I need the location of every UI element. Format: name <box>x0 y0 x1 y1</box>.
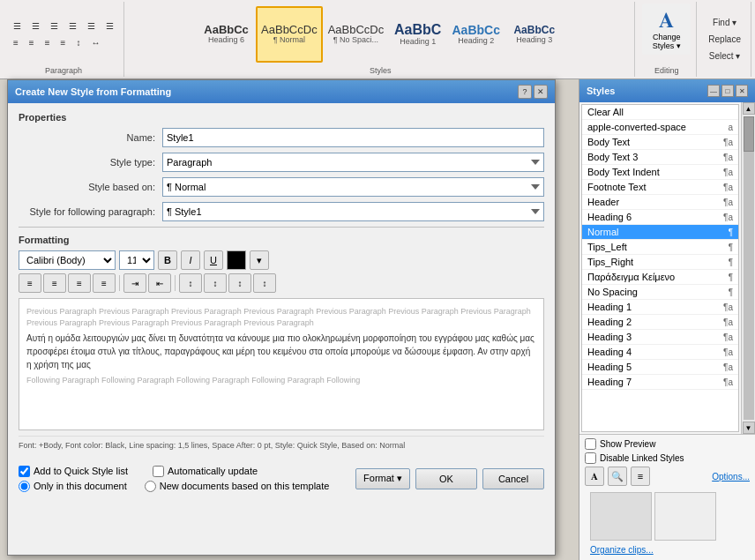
style-list-item-14[interactable]: Heading 2¶a <box>582 315 738 330</box>
style-list-item-5[interactable]: Footnote Text¶a <box>582 180 738 195</box>
only-document-radio[interactable] <box>19 481 30 492</box>
change-styles-icon: 𝐀 <box>659 8 674 33</box>
scrollbar-thumb[interactable] <box>744 116 754 152</box>
line-spacing4-button[interactable]: ↕ <box>253 273 276 293</box>
style-list-item-11[interactable]: Παράδειγμα Κείμενο¶ <box>582 270 738 285</box>
replace-button[interactable]: Replace <box>704 32 745 47</box>
style-nospacing[interactable]: AaBbCcDc ¶ No Spaci... <box>324 6 389 63</box>
style-list-item-12[interactable]: No Spacing¶ <box>582 285 738 300</box>
styles-group-label: Styles <box>370 64 392 75</box>
style-list-item-1[interactable]: apple-converted-spacea <box>582 120 738 135</box>
font-select[interactable]: Calibri (Body) <box>19 250 116 270</box>
align-btn-3[interactable]: ≡ <box>41 35 55 50</box>
preview-main-text: Αυτή η ομάδα λειτουργιών μας δίνει τη δυ… <box>26 332 536 371</box>
panel-minimize-button[interactable]: — <box>707 85 720 97</box>
style-list-item-2[interactable]: Body Text¶a <box>582 135 738 150</box>
style-list-item-7[interactable]: Heading 6¶a <box>582 210 738 225</box>
align-btn-5[interactable]: ↕ <box>71 35 85 50</box>
size-select[interactable]: 11 <box>119 250 154 270</box>
font-color-picker[interactable] <box>227 250 246 270</box>
style-list-item-6[interactable]: Header¶a <box>582 195 738 210</box>
new-template-radio[interactable] <box>145 481 156 492</box>
style-normal-preview: AaBbCcDc <box>261 24 318 35</box>
align-btn-2[interactable]: ≡ <box>25 35 39 50</box>
style-type-select[interactable]: Paragraph <box>162 153 544 172</box>
organize-link[interactable]: Organize clips... <box>585 543 750 556</box>
disable-linked-checkbox[interactable] <box>585 452 596 464</box>
auto-update-checkbox[interactable] <box>153 466 164 477</box>
thumbnail-1[interactable] <box>590 492 652 541</box>
inspect-style-button[interactable]: 🔍 <box>608 467 627 486</box>
list-btn-2[interactable]: ☰ <box>27 19 44 34</box>
cancel-button[interactable]: Cancel <box>482 468 544 489</box>
align-right-button[interactable]: ≡ <box>68 273 91 293</box>
color-dropdown-button[interactable]: ▾ <box>250 250 269 270</box>
dialog-help-button[interactable]: ? <box>518 85 532 99</box>
align-indent2-button[interactable]: ⇤ <box>148 273 171 293</box>
format-button[interactable]: Format ▾ <box>355 468 410 489</box>
align-center-button[interactable]: ≡ <box>43 273 66 293</box>
style-heading2[interactable]: AaBbCc Heading 2 <box>447 6 505 63</box>
style-heading3[interactable]: AaBbCc Heading 3 <box>505 6 563 63</box>
ok-button[interactable]: OK <box>415 468 477 489</box>
scrollbar-up-button[interactable]: ▲ <box>743 102 755 115</box>
list-btn-1[interactable]: ☰ <box>9 19 26 34</box>
style-list-icon-6: ¶a <box>723 198 733 207</box>
style-list-item-9[interactable]: Tips_Left¶ <box>582 240 738 255</box>
style-normal[interactable]: AaBbCcDc ¶ Normal <box>256 6 323 63</box>
style-list-item-15[interactable]: Heading 3¶a <box>582 330 738 345</box>
style-list-item-16[interactable]: Heading 4¶a <box>582 345 738 360</box>
styles-list[interactable]: Clear Allapple-converted-spaceaBody Text… <box>581 104 739 432</box>
line-spacing2-button[interactable]: ↕ <box>204 273 227 293</box>
style-list-item-8[interactable]: Normal¶ <box>582 225 738 240</box>
bold-button[interactable]: B <box>158 250 177 270</box>
align-btn-6[interactable]: ↔ <box>86 35 104 50</box>
align-indent1-button[interactable]: ⇥ <box>123 273 146 293</box>
style-list-item-10[interactable]: Tips_Right¶ <box>582 255 738 270</box>
list-btn-5[interactable]: ☰ <box>83 19 100 34</box>
preview-follow-text: Following Paragraph Following Paragraph … <box>26 375 536 386</box>
new-style-button[interactable]: 𝐀 <box>585 467 604 486</box>
align-justify-button[interactable]: ≡ <box>93 273 116 293</box>
list-btn-3[interactable]: ☰ <box>46 19 63 34</box>
style-heading1[interactable]: AaBbC Heading 1 <box>389 6 446 63</box>
style-heading6[interactable]: AaBbCc Heading 6 <box>198 6 255 63</box>
line-spacing1-button[interactable]: ↕ <box>179 273 202 293</box>
manage-styles-button[interactable]: ≡ <box>631 467 650 486</box>
formatting-section: Formatting Calibri (Body) 11 B I U ▾ ≡ ≡… <box>19 227 544 452</box>
find-button[interactable]: Find ▾ <box>704 15 745 30</box>
select-button[interactable]: Select ▾ <box>704 49 745 63</box>
show-preview-checkbox[interactable] <box>585 438 596 450</box>
style-list-item-0[interactable]: Clear All <box>582 105 738 120</box>
options-link[interactable]: Options... <box>712 472 750 482</box>
thumbnail-2[interactable] <box>654 492 716 541</box>
align-btn-1[interactable]: ≡ <box>9 35 23 50</box>
style-nospacing-preview: AaBbCcDc <box>328 24 385 35</box>
style-list-item-4[interactable]: Body Text Indent¶a <box>582 165 738 180</box>
italic-button[interactable]: I <box>181 250 200 270</box>
create-style-dialog: Create New Style from Formatting ? ✕ Pro… <box>7 79 556 556</box>
align-left-button[interactable]: ≡ <box>19 273 41 293</box>
style-list-item-3[interactable]: Body Text 3¶a <box>582 150 738 165</box>
style-based-select[interactable]: ¶ Normal <box>162 177 544 197</box>
panel-close-button[interactable]: ✕ <box>736 85 748 97</box>
align-btn-4[interactable]: ≡ <box>56 35 71 50</box>
name-label: Name: <box>19 132 155 143</box>
list-btn-6[interactable]: ☰ <box>101 19 118 34</box>
style-list-item-13[interactable]: Heading 1¶a <box>582 300 738 315</box>
style-list-item-17[interactable]: Heading 5¶a <box>582 360 738 375</box>
line-spacing3-button[interactable]: ↕ <box>228 273 251 293</box>
scrollbar-down-button[interactable]: ▼ <box>743 422 755 434</box>
add-quick-style-checkbox[interactable] <box>19 466 30 477</box>
change-styles-button[interactable]: 𝐀 ChangeStyles ▾ <box>642 4 691 55</box>
list-btn-4[interactable]: ☰ <box>64 19 81 34</box>
style-following-select[interactable]: ¶ Style1 <box>162 202 544 221</box>
style-based-row: Style based on: ¶ Normal <box>19 177 544 197</box>
styles-scrollbar[interactable]: ▲ ▼ <box>741 102 755 434</box>
style-list-item-18[interactable]: Heading 7¶a <box>582 375 738 390</box>
styles-panel: Styles — □ ✕ Clear Allapple-converted-sp… <box>579 79 755 560</box>
underline-button[interactable]: U <box>204 250 223 270</box>
dialog-close-button[interactable]: ✕ <box>534 85 548 99</box>
panel-resize-button[interactable]: □ <box>721 85 734 97</box>
name-input[interactable] <box>162 128 544 147</box>
